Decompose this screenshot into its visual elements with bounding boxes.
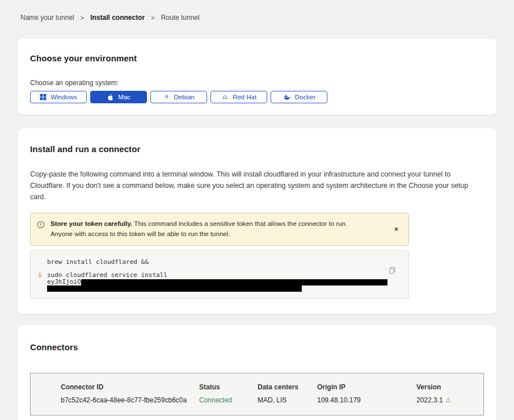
os-button-redhat[interactable]: Red Hat [210, 91, 267, 103]
debian-icon [163, 94, 170, 100]
docker-icon [283, 94, 291, 100]
code-line-sudo: sudo cloudflared service install [47, 271, 408, 279]
install-card-description: Copy-paste the following command into a … [30, 169, 484, 203]
connectors-card: Connectors Connector ID Status Data cent… [18, 325, 496, 420]
os-button-label: Debian [174, 94, 194, 100]
column-header-status: Status [199, 383, 258, 391]
install-connector-card: Install and run a connector Copy-paste t… [18, 128, 496, 314]
breadcrumb: Name your tunnel > Install connector > R… [0, 0, 514, 22]
breadcrumb-install-connector[interactable]: Install connector [90, 14, 145, 22]
origin-ip-value: 109.48.10.179 [317, 396, 416, 404]
os-button-label: Docker [295, 94, 315, 100]
code-block: brew install cloudflared && $ sudo cloud… [30, 250, 409, 299]
connectors-card-title: Connectors [30, 342, 484, 352]
os-button-group: Windows Mac Debian Red Hat Docker [30, 91, 484, 103]
connectors-table: Connector ID Status Data centers Origin … [30, 373, 484, 415]
shell-prompt: $ [38, 271, 42, 279]
data-centers-value: MAD, LIS [258, 396, 317, 404]
connector-id-value: b7c52c42-6caa-48ee-8c77-fbe259cb6c0a [61, 396, 199, 404]
redhat-icon [221, 94, 229, 101]
redacted-token-bar [81, 279, 387, 285]
column-header-data-centers: Data centers [258, 383, 317, 391]
os-button-label: Red Hat [233, 94, 256, 100]
breadcrumb-name-your-tunnel[interactable]: Name your tunnel [20, 14, 74, 22]
breadcrumb-separator: > [81, 14, 84, 21]
alert-circle-icon [37, 221, 45, 231]
close-icon[interactable]: × [391, 225, 402, 234]
warning-triangle-icon: ⚠ [445, 396, 452, 404]
warning-banner-bold: Store your token carefully. [50, 220, 132, 227]
status-badge: Connected [199, 396, 258, 404]
token-warning-banner: Store your token carefully. This command… [30, 213, 409, 246]
breadcrumb-route-tunnel[interactable]: Route tunnel [161, 14, 200, 22]
code-line-brew: brew install cloudflared && [47, 258, 408, 266]
copy-icon[interactable] [389, 266, 396, 276]
token-prefix: eyJhIjoiO [47, 278, 81, 285]
environment-card: Choose your environment Choose an operat… [18, 39, 496, 115]
os-button-docker[interactable]: Docker [271, 91, 327, 103]
redacted-token-bar [47, 285, 302, 292]
os-button-label: Windows [50, 94, 77, 100]
windows-icon [40, 94, 47, 100]
column-header-origin-ip: Origin IP [317, 383, 416, 391]
version-value: 2022.3.1⚠ [416, 396, 478, 404]
os-button-label: Mac [118, 94, 130, 100]
os-button-debian[interactable]: Debian [150, 91, 207, 103]
table-row: Connector ID Status Data centers Origin … [61, 383, 478, 404]
column-header-version: Version [416, 383, 478, 391]
apple-icon [107, 94, 114, 101]
install-card-title: Install and run a connector [30, 144, 484, 154]
column-header-connector-id: Connector ID [61, 383, 199, 391]
environment-card-title: Choose your environment [30, 53, 484, 63]
os-button-windows[interactable]: Windows [30, 91, 87, 103]
os-button-mac[interactable]: Mac [90, 91, 147, 103]
warning-banner-text: Store your token carefully. This command… [50, 219, 368, 240]
breadcrumb-separator: > [151, 14, 154, 21]
os-select-label: Choose an operating system: [30, 79, 484, 87]
